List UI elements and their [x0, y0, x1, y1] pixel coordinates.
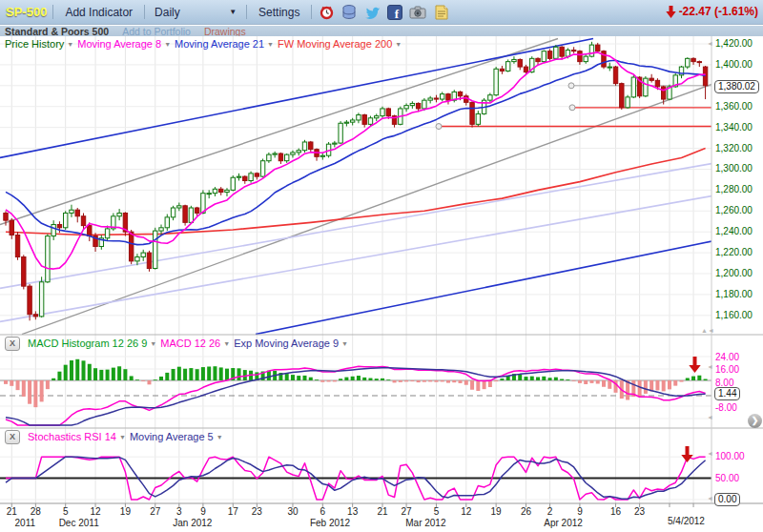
twitter-icon[interactable] [363, 4, 381, 21]
y-axis-label: 50.00 [715, 473, 759, 483]
app-window: SP-500 Add Indicator Daily ▼ Settings f [0, 0, 763, 532]
chevron-down-icon: ▼ [341, 340, 348, 347]
price-change: -22.47 (-1.61%) [666, 5, 758, 18]
legend-item-fw-moving-average-200[interactable]: FW Moving Average 200▼ [278, 38, 402, 50]
last-price-box: 1,380.02 [714, 80, 759, 93]
y-axis-label: 100.00 [715, 451, 759, 461]
add-to-portfolio-link[interactable]: Add to Portfolio [122, 26, 191, 37]
stoch-pane-legend: X Stochastics RSI 14▼Moving Average 5▼ [5, 430, 223, 443]
month-label: 2011 [15, 518, 36, 528]
toolbar-divider [52, 5, 53, 19]
date-tick-label: 17 [228, 506, 238, 517]
y-axis-label: -8.00 [715, 402, 759, 413]
legend-label: Moving Average 5 [130, 431, 214, 442]
down-arrow-icon [666, 6, 676, 18]
symbol-label[interactable]: SP-500 [6, 5, 47, 19]
legend-label: Stochastics RSI 14 [28, 431, 116, 442]
date-tick-label: 21 [377, 506, 387, 517]
settings-button[interactable]: Settings [253, 4, 305, 21]
chevron-down-icon: ▼ [223, 340, 230, 347]
chevron-down-icon: ▼ [267, 41, 274, 48]
y-axis-label: 1,300.00 [715, 163, 759, 174]
camera-icon[interactable] [409, 4, 426, 21]
axis-marker-icon: ◄ [707, 414, 713, 420]
close-stoch-pane-button[interactable]: X [5, 430, 20, 444]
y-axis-label: 1,360.00 [715, 101, 759, 112]
database-icon[interactable] [340, 4, 358, 21]
legend-item-moving-average-5[interactable]: Moving Average 5▼ [130, 431, 223, 442]
stoch-legend-items: Stochastics RSI 14▼Moving Average 5▼ [28, 431, 223, 442]
scroll-right-button[interactable]: ❯ [748, 414, 762, 428]
axis-marker-icon: ◄ [707, 450, 713, 457]
date-tick-label: 23 [634, 506, 645, 517]
close-macd-pane-button[interactable]: X [5, 337, 20, 351]
month-label: Dec 2011 [59, 518, 99, 528]
date-tick-label: 16 [610, 506, 621, 517]
y-axis-label: 1,420.00 [715, 38, 759, 49]
pane-resize-icon[interactable]: ▲◄ [701, 327, 714, 334]
add-indicator-button[interactable]: Add Indicator [59, 4, 138, 21]
legend-label: Exp Moving Average 9 [234, 338, 339, 349]
legend-label: Moving Average 8 [77, 38, 161, 50]
date-tick-label: 21 [7, 506, 17, 517]
date-tick-label: 27 [150, 506, 160, 517]
date-tick-label: 5 [63, 506, 69, 517]
date-tick-label: 27 [402, 506, 412, 517]
date-tick-label: 19 [120, 506, 131, 517]
date-tick-label: 13 [347, 506, 358, 517]
chevron-down-icon: ▼ [229, 8, 237, 16]
legend-item-moving-average-21[interactable]: Moving Average 21▼ [175, 38, 274, 50]
y-axis-label: 1,260.00 [715, 205, 759, 215]
month-label: Jan 2012 [173, 518, 212, 528]
y-axis-label: 24.00 [715, 352, 759, 362]
date-tick-label: 12 [461, 506, 471, 517]
legend-label: FW Moving Average 200 [278, 38, 392, 50]
y-axis-label: 1,180.00 [715, 289, 759, 299]
notes-icon[interactable] [432, 4, 449, 21]
subbar: Standard & Poors 500 Add to Portfolio Dr… [0, 26, 763, 36]
y-axis-label: 1,400.00 [715, 59, 759, 70]
chevron-down-icon: ▼ [67, 41, 73, 48]
legend-item-macd-histogram-12-26-9[interactable]: MACD Histogram 12 26 9▼ [28, 338, 156, 349]
date-tick-label: 6 [320, 506, 326, 517]
legend-item-macd-12-26[interactable]: MACD 12 26▼ [160, 338, 230, 349]
chart-area: Price History▼Moving Average 8▼Moving Av… [0, 36, 763, 532]
toolbar-divider [311, 5, 312, 19]
stoch-value-box: 0.00 [714, 493, 740, 506]
y-axis-label: 16.00 [715, 364, 759, 375]
drawings-link[interactable]: Drawings [204, 26, 246, 37]
legend-label: Moving Average 21 [175, 38, 264, 50]
y-axis-label: 1,340.00 [715, 122, 759, 133]
month-label: Apr 2012 [544, 518, 583, 528]
y-axis-label: 1,200.00 [715, 268, 759, 278]
date-tick-label: 9 [577, 506, 583, 517]
date-tick-label: 2 [547, 506, 553, 517]
legend-item-stochastics-rsi-14[interactable]: Stochastics RSI 14▼ [28, 431, 126, 442]
y-axis-label: 1,320.00 [715, 143, 759, 153]
date-tick-label: 5 [434, 506, 440, 517]
date-tick-label: 28 [31, 506, 41, 517]
axis-marker-icon: ◄ [707, 363, 713, 370]
legend-item-price-history[interactable]: Price History▼ [5, 38, 73, 50]
price-pane-legend: Price History▼Moving Average 8▼Moving Av… [5, 37, 402, 51]
last-date-label: 5/4/2012 [668, 516, 705, 526]
symbol-name: Standard & Poors 500 [5, 26, 109, 37]
macd-pane-legend: X MACD Histogram 12 26 9▼MACD 12 26▼Exp … [5, 337, 348, 350]
toolbar: SP-500 Add Indicator Daily ▼ Settings f [0, 0, 763, 25]
month-label: Feb 2012 [310, 518, 350, 528]
legend-item-moving-average-8[interactable]: Moving Average 8▼ [77, 38, 171, 50]
timeframe-dropdown[interactable]: Daily ▼ [151, 4, 240, 21]
date-tick-label: 19 [491, 506, 502, 517]
date-tick-label: 9 [200, 506, 206, 517]
chevron-down-icon: ▼ [395, 41, 402, 48]
facebook-icon[interactable]: f [386, 4, 403, 21]
date-tick-label: 3 [176, 506, 182, 517]
alarm-icon[interactable] [318, 4, 335, 21]
legend-item-exp-moving-average-9[interactable]: Exp Moving Average 9▼ [234, 338, 348, 349]
month-label: Mar 2012 [405, 518, 445, 528]
y-axis-label: 1,240.00 [715, 226, 759, 236]
chevron-down-icon: ▼ [217, 434, 223, 440]
legend-label: MACD 12 26 [160, 338, 220, 349]
svg-text:f: f [395, 6, 400, 20]
axis-marker-icon: ◄ [707, 40, 713, 47]
